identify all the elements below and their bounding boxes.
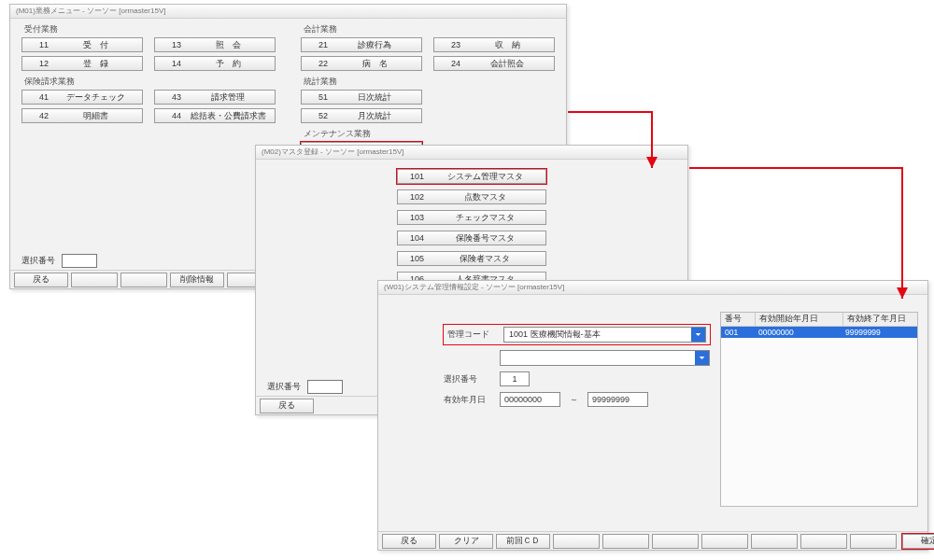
code-label: 管理コード xyxy=(447,329,494,341)
sub-select[interactable] xyxy=(500,350,710,366)
valid-label: 有効年月日 xyxy=(444,394,490,406)
tilde: ～ xyxy=(570,394,578,406)
menu-btn-12[interactable]: 12登 録 xyxy=(21,56,143,71)
selno-label-win2: 選択番号 xyxy=(267,382,301,391)
clear-button[interactable]: クリア xyxy=(439,534,493,549)
menu-btn-43[interactable]: 43請求管理 xyxy=(154,90,276,105)
footer-empty[interactable] xyxy=(751,534,798,549)
selno-label-win1: 選択番号 xyxy=(21,256,55,265)
table-row[interactable]: 001 00000000 99999999 xyxy=(721,327,917,338)
footer-empty[interactable] xyxy=(71,273,118,287)
confirm-button[interactable]: 確定 xyxy=(902,534,934,549)
footer-empty[interactable] xyxy=(553,534,600,549)
delete-info-button[interactable]: 削除情報 xyxy=(170,273,224,287)
chevron-down-icon xyxy=(695,351,709,365)
selno-input-win2[interactable] xyxy=(307,380,343,394)
menu-btn-13[interactable]: 13照 会 xyxy=(154,37,276,52)
back-button-win2[interactable]: 戻る xyxy=(260,399,314,413)
group-title-uketsuke: 受付業務 xyxy=(24,24,278,35)
menu-btn-24[interactable]: 24会計照会 xyxy=(433,56,555,71)
master-btn-103[interactable]: 103チェックマスタ xyxy=(397,210,546,225)
footer-empty[interactable] xyxy=(800,534,847,549)
menu-btn-52[interactable]: 52月次統計 xyxy=(301,108,422,123)
menu-btn-11[interactable]: 11受 付 xyxy=(21,37,143,52)
master-btn-102[interactable]: 102点数マスタ xyxy=(397,189,546,204)
date-to-input[interactable]: 99999999 xyxy=(587,392,648,407)
selno-input-win3[interactable]: 1 xyxy=(500,371,530,386)
menu-btn-44[interactable]: 44総括表・公費請求書 xyxy=(154,108,276,123)
chevron-down-icon xyxy=(691,328,705,342)
th-from: 有効開始年月日 xyxy=(756,313,843,326)
titlebar-win3: (W01)システム管理情報設定 - ソーソー [ormaster15V] xyxy=(378,281,927,295)
th-no: 番号 xyxy=(721,313,756,326)
menu-btn-22[interactable]: 22病 名 xyxy=(301,56,422,71)
group-title-maint: メンテナンス業務 xyxy=(304,129,555,140)
group-title-hoken: 保険請求業務 xyxy=(24,77,278,88)
date-from-input[interactable]: 00000000 xyxy=(500,392,560,407)
code-select[interactable]: 1001 医療機関情報-基本 xyxy=(503,327,706,343)
footer-win3: 戻る クリア 前回ＣＤ 確定 xyxy=(378,531,927,550)
menu-btn-14[interactable]: 14予 約 xyxy=(154,56,276,71)
footer-empty[interactable] xyxy=(701,534,748,549)
selno-label: 選択番号 xyxy=(444,373,490,385)
prev-cd-button[interactable]: 前回ＣＤ xyxy=(496,534,550,549)
footer-empty[interactable] xyxy=(652,534,699,549)
master-btn-104[interactable]: 104保険番号マスタ xyxy=(397,231,546,245)
menu-btn-41[interactable]: 41データチェック xyxy=(21,90,143,105)
selno-input-win1[interactable] xyxy=(62,254,97,268)
window-sysmgmt: (W01)システム管理情報設定 - ソーソー [ormaster15V] 管理コ… xyxy=(377,280,928,551)
back-button-win3[interactable]: 戻る xyxy=(382,534,436,549)
footer-empty[interactable] xyxy=(602,534,649,549)
menu-btn-51[interactable]: 51日次統計 xyxy=(301,90,422,105)
footer-empty[interactable] xyxy=(120,273,167,287)
validity-table: 番号 有効開始年月日 有効終了年月日 001 00000000 99999999 xyxy=(720,312,918,507)
footer-empty[interactable] xyxy=(850,534,897,549)
menu-btn-21[interactable]: 21診療行為 xyxy=(301,37,422,52)
master-btn-101[interactable]: 101システム管理マスタ xyxy=(397,169,546,184)
menu-btn-23[interactable]: 23収 納 xyxy=(433,37,555,52)
titlebar-win1: (M01)業務メニュー - ソーソー [ormaster15V] xyxy=(10,5,566,19)
group-title-toukei: 統計業務 xyxy=(304,77,555,88)
group-title-kaikei: 会計業務 xyxy=(304,24,555,35)
th-to: 有効終了年月日 xyxy=(843,313,917,326)
back-button-win1[interactable]: 戻る xyxy=(14,273,68,287)
master-btn-105[interactable]: 105保険者マスタ xyxy=(397,251,546,266)
menu-btn-42[interactable]: 42明細書 xyxy=(21,108,143,123)
titlebar-win2: (M02)マスタ登録 - ソーソー [ormaster15V] xyxy=(256,146,687,160)
